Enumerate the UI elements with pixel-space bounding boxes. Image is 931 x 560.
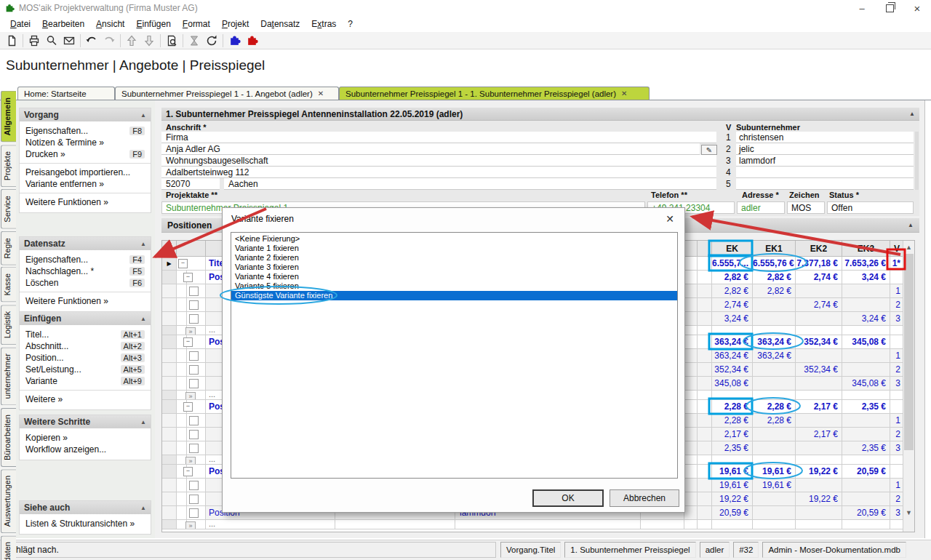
menu-item-?[interactable]: ? [342, 17, 359, 31]
collapse-positionen-icon[interactable]: ▲ [908, 222, 914, 228]
command-nachschlagen[interactable]: Nachschlagen... *F5 [20, 265, 151, 277]
module-tab-büroarbeiten[interactable]: Büroarbeiten [1, 408, 16, 467]
menu-item-ansicht[interactable]: Ansicht [90, 17, 130, 31]
command-weiterefunktionen»[interactable]: Weitere Funktionen » [20, 295, 151, 307]
new-document-icon[interactable] [3, 33, 20, 48]
anschrift-strasse-field[interactable]: Adalbertsteinweg 112 [161, 167, 716, 178]
restore-button[interactable] [876, 0, 903, 16]
grid-row[interactable]: »... [162, 520, 914, 529]
command-kopieren»[interactable]: Kopieren » [20, 432, 151, 444]
collapse-panel-icon[interactable]: ▲ [140, 241, 146, 247]
row-selector[interactable] [162, 363, 177, 377]
menu-item-extras[interactable]: Extras [305, 17, 342, 31]
ok-button[interactable]: OK [532, 489, 604, 507]
command-weitere»[interactable]: Weitere » [20, 393, 151, 405]
print-preview-icon[interactable] [43, 33, 60, 48]
module-tab-auswertungen[interactable]: Auswertungen [1, 469, 16, 533]
sub-row-name-field[interactable]: christensen [736, 132, 914, 143]
row-selector[interactable]: ▶ [162, 257, 177, 271]
command-abschnitt[interactable]: Abschnitt...Alt+2 [20, 340, 151, 352]
command-variante[interactable]: VarianteAlt+9 [20, 375, 151, 387]
puzzle-red-icon[interactable] [243, 33, 260, 48]
minimize-button[interactable]: – [848, 0, 876, 16]
adresse-field[interactable]: adler [737, 201, 785, 214]
anschrift-anrede-field[interactable]: Firma [161, 132, 716, 143]
move-down-icon[interactable] [140, 33, 158, 48]
row-selector[interactable] [162, 492, 177, 506]
email-icon[interactable] [60, 33, 78, 48]
status-field[interactable]: Offen [827, 201, 914, 214]
anschrift-zusatz-field[interactable]: Wohnungsbaugesellschaft [161, 155, 716, 167]
fixierung-option[interactable]: Variante 3 fixieren [231, 263, 677, 272]
print-icon[interactable] [25, 33, 43, 48]
tree-more-icon[interactable]: » [185, 457, 196, 465]
collapse-form-icon[interactable]: ▲ [909, 111, 915, 117]
row-selector[interactable] [162, 414, 177, 428]
ort-field[interactable]: Aachen [224, 178, 716, 190]
fixierung-option[interactable]: Variante 2 fixieren [231, 253, 677, 263]
command-eigenschaften[interactable]: Eigenschaften...F4 [20, 254, 151, 265]
row-selector[interactable] [162, 455, 177, 465]
tab-close-icon[interactable]: ✕ [621, 89, 627, 97]
row-selector[interactable] [162, 506, 177, 520]
undo-icon[interactable] [83, 33, 100, 48]
command-drucken»[interactable]: Drucken »F9 [20, 148, 151, 160]
row-selector[interactable] [162, 391, 177, 400]
row-selector[interactable] [162, 335, 177, 349]
panel-header[interactable]: Siehe auch▲ [20, 501, 151, 514]
panel-header[interactable]: Weitere Schritte▲ [20, 415, 151, 428]
module-tab-kasse[interactable]: Kasse [1, 267, 16, 303]
module-tab-projekte[interactable]: Projekte [1, 145, 16, 187]
module-tab-logistik[interactable]: Logistik [1, 305, 16, 345]
module-tab-service[interactable]: Service [1, 189, 16, 229]
edit-address-button[interactable]: ✎ [701, 145, 717, 155]
command-eigenschaften[interactable]: Eigenschaften...F8 [20, 125, 151, 137]
anschrift-name-field[interactable]: Anja Adler AG [161, 143, 700, 155]
command-notizen&termine»[interactable]: Notizen & Termine » [20, 137, 151, 148]
tree-more-icon[interactable]: » [185, 392, 196, 400]
collapse-panel-icon[interactable]: ▲ [140, 316, 146, 322]
document-tab-3[interactable]: Subunternehmer Preisspiegel 1 - 1. Subun… [339, 87, 650, 100]
menu-item-bearbeiten[interactable]: Bearbeiten [36, 17, 90, 31]
fixierung-option[interactable]: <Keine Fixierung> [231, 234, 677, 244]
module-tab-regie[interactable]: Regie [1, 231, 16, 265]
subunternehmer-scrollbar[interactable] [915, 132, 919, 190]
scroll-down-icon[interactable]: ▼ [903, 507, 914, 519]
row-selector[interactable] [162, 312, 177, 326]
puzzle-blue-icon[interactable] [225, 33, 243, 48]
collapse-panel-icon[interactable]: ▲ [140, 419, 146, 425]
scroll-up-icon[interactable]: ▲ [903, 241, 914, 253]
row-selector[interactable] [162, 520, 177, 529]
row-selector[interactable] [162, 428, 177, 441]
tree-collapse-icon[interactable]: − [183, 337, 193, 347]
command-setleistung[interactable]: Set/Leistung...Alt+5 [20, 364, 151, 375]
sub-row-name-field[interactable]: lammdorf [736, 155, 914, 167]
collapse-panel-icon[interactable]: ▲ [140, 505, 146, 511]
collapse-panel-icon[interactable]: ▲ [140, 112, 146, 119]
row-selector[interactable] [162, 349, 177, 363]
fixierung-option[interactable]: Günstigste Variante fixieren [231, 291, 677, 300]
grid-scrollbar[interactable]: ▲ ▼ [903, 241, 914, 532]
refresh-icon[interactable] [203, 33, 220, 48]
command-lschen[interactable]: LöschenF6 [20, 277, 151, 289]
command-preisangebotimportie[interactable]: Preisangebot importieren... [20, 167, 151, 178]
tree-collapse-icon[interactable]: − [183, 467, 193, 476]
fixierung-option[interactable]: Variante 5 fixieren [231, 281, 677, 291]
menu-item-format[interactable]: Format [177, 17, 216, 31]
scroll-thumb[interactable] [904, 254, 914, 450]
tree-collapse-icon[interactable]: − [178, 259, 188, 268]
tree-collapse-icon[interactable]: − [183, 402, 193, 412]
row-selector[interactable] [162, 284, 177, 298]
wait-hourglass-icon[interactable] [185, 33, 203, 48]
panel-header[interactable]: Datensatz▲ [20, 237, 151, 250]
menu-item-einfgen[interactable]: Einfügen [130, 17, 176, 31]
row-selector[interactable] [162, 271, 177, 284]
command-position[interactable]: Position...Alt+3 [20, 352, 151, 364]
cancel-button[interactable]: Abbrechen [610, 489, 679, 507]
module-tab-allgemein[interactable]: Allgemein [1, 91, 16, 143]
module-tab-stammdaten[interactable]: Stammdaten [1, 535, 16, 560]
row-selector[interactable] [162, 465, 177, 479]
panel-header[interactable]: Einfügen▲ [20, 312, 151, 325]
fixierung-option[interactable]: Variante 1 fixieren [231, 244, 677, 253]
command-weiterefunktionen»[interactable]: Weitere Funktionen » [20, 196, 151, 208]
